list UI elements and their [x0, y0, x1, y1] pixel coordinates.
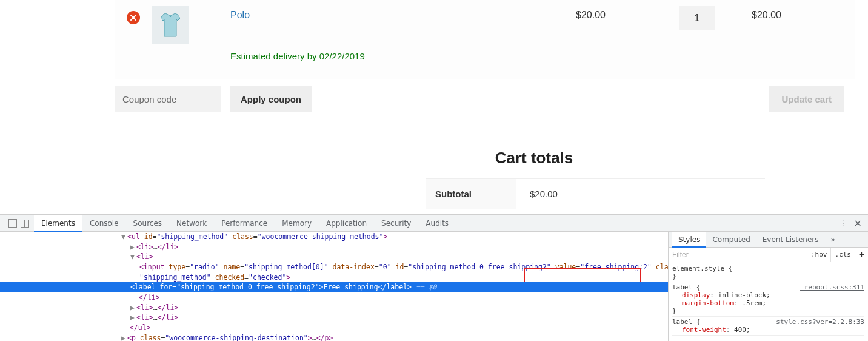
styles-tab-more[interactable]: »: [824, 232, 841, 248]
elements-panel[interactable]: ▼<ul id="shipping_method" class="woocomm…: [0, 232, 669, 341]
css-rule[interactable]: style.css?ver=2.2.8:33 label { font-weig…: [672, 317, 864, 336]
update-cart-button[interactable]: Update cart: [769, 86, 844, 112]
remove-item-button[interactable]: [127, 11, 140, 24]
subtotal-value: $20.00: [516, 178, 765, 209]
subtotal-label: Subtotal: [426, 178, 516, 209]
tab-application[interactable]: Application: [319, 215, 374, 232]
tab-sources[interactable]: Sources: [126, 215, 169, 232]
devtools-tabbar: Elements Console Sources Network Perform…: [0, 215, 868, 232]
tab-console[interactable]: Console: [82, 215, 126, 232]
product-image[interactable]: [152, 6, 189, 44]
styles-tab-computed[interactable]: Computed: [706, 232, 756, 248]
tab-memory[interactable]: Memory: [275, 215, 319, 232]
dom-node[interactable]: </ul>: [0, 323, 668, 333]
apply-coupon-button[interactable]: Apply coupon: [230, 86, 312, 112]
styles-filter-row: :hov .cls +: [669, 248, 868, 262]
product-name-link[interactable]: Polo: [230, 10, 250, 20]
close-icon: [130, 13, 136, 22]
tab-network[interactable]: Network: [169, 215, 214, 232]
source-link[interactable]: _reboot.scss:311: [800, 283, 864, 291]
dom-node[interactable]: ▼<ul id="shipping_method" class="woocomm…: [0, 232, 668, 242]
cart-page: Polo Estimated delivery by 02/22/2019 $2…: [0, 0, 868, 209]
estimated-delivery: Estimated delivery by 02/22/2019: [230, 21, 576, 61]
dom-node-selected[interactable]: <label for="shipping_method_0_free_shipp…: [0, 282, 668, 292]
tab-elements[interactable]: Elements: [34, 215, 82, 232]
remove-cell: [115, 6, 152, 24]
subtotal-row: Subtotal $20.00: [426, 178, 765, 209]
quantity-cell: [679, 6, 752, 30]
product-name-cell: Polo Estimated delivery by 02/22/2019: [230, 6, 576, 61]
item-price: $20.00: [576, 6, 679, 21]
dom-node[interactable]: ▶<li>…</li>: [0, 312, 668, 323]
dom-node[interactable]: ▶<li>…</li>: [0, 242, 668, 252]
cart-totals-heading: Cart totals: [212, 149, 856, 167]
tab-performance[interactable]: Performance: [214, 215, 275, 232]
dom-node[interactable]: ▼<li>: [0, 252, 668, 262]
devtools-body: ▼<ul id="shipping_method" class="woocomm…: [0, 232, 868, 341]
device-toggle-icon[interactable]: [21, 219, 29, 228]
cart-item-row: Polo Estimated delivery by 02/22/2019 $2…: [115, 0, 855, 79]
cart-totals-table: Subtotal $20.00: [426, 178, 765, 209]
styles-add-rule[interactable]: +: [855, 248, 868, 262]
styles-panel: Styles Computed Event Listeners » :hov .…: [669, 232, 868, 341]
dom-node[interactable]: <input type="radio" name="shipping_metho…: [0, 262, 668, 282]
kebab-icon[interactable]: ⋮: [841, 219, 848, 228]
css-rule[interactable]: element.style { }: [672, 263, 864, 282]
styles-body[interactable]: element.style { } _reboot.scss:311 label…: [669, 262, 868, 337]
polo-shirt-icon: [158, 11, 182, 39]
coupon-code-input[interactable]: [115, 86, 221, 112]
devtools-panel: Elements Console Sources Network Perform…: [0, 214, 868, 341]
inspect-icon[interactable]: [8, 219, 17, 228]
styles-tabs: Styles Computed Event Listeners »: [669, 232, 868, 248]
dom-node[interactable]: ▶<li>…</li>: [0, 303, 668, 313]
cart-actions: Apply coupon Update cart: [115, 86, 856, 112]
styles-tab-styles[interactable]: Styles: [672, 232, 706, 248]
dom-node[interactable]: ▶<p class="woocommerce-shipping-destinat…: [0, 333, 668, 341]
css-rule[interactable]: _reboot.scss:311 label { display: inline…: [672, 282, 864, 317]
styles-cls-toggle[interactable]: .cls: [830, 248, 855, 262]
styles-filter-input[interactable]: [669, 248, 807, 262]
quantity-input[interactable]: [679, 6, 715, 30]
tab-audits[interactable]: Audits: [418, 215, 456, 232]
source-link[interactable]: style.css?ver=2.2.8:33: [776, 318, 864, 326]
item-subtotal: $20.00: [752, 6, 855, 21]
styles-hov-toggle[interactable]: :hov: [807, 248, 831, 262]
dom-node[interactable]: </li>: [0, 292, 668, 303]
tab-security[interactable]: Security: [374, 215, 418, 232]
product-thumb-cell: [152, 6, 230, 44]
close-devtools-icon[interactable]: ×: [854, 217, 862, 229]
styles-tab-event[interactable]: Event Listeners: [756, 232, 825, 248]
